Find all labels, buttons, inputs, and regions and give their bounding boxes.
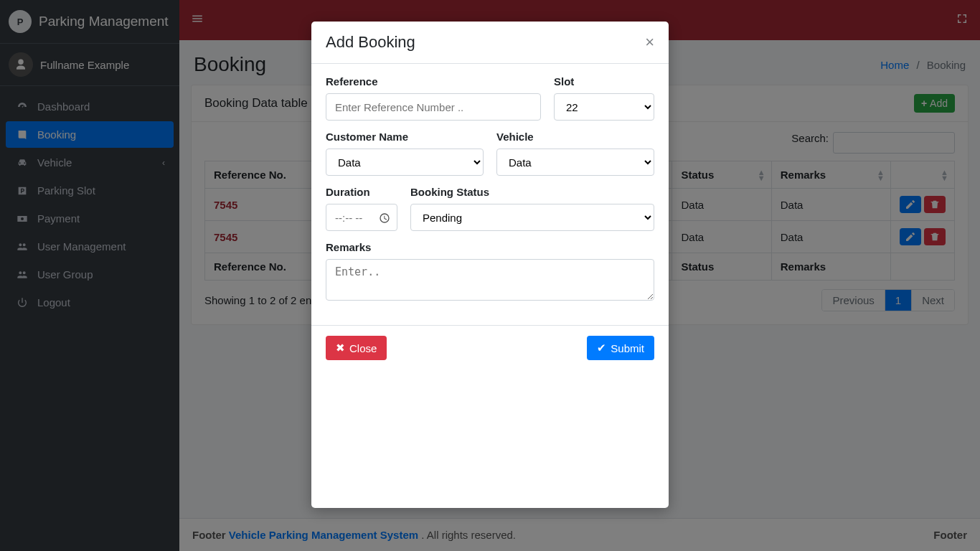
modal-footer: ✖Close ✔Submit	[311, 325, 669, 370]
label-reference: Reference	[326, 75, 541, 88]
label-slot: Slot	[554, 75, 654, 88]
check-icon: ✔	[597, 342, 606, 354]
customer-select[interactable]: Data	[326, 149, 484, 176]
duration-input[interactable]	[326, 204, 397, 231]
add-booking-modal: Add Booking × Reference Slot 22 Customer	[311, 22, 669, 508]
x-icon: ✖	[336, 342, 345, 354]
modal-title: Add Booking	[326, 33, 415, 52]
submit-button-label: Submit	[611, 342, 644, 354]
label-vehicle: Vehicle	[496, 131, 654, 143]
modal-backdrop[interactable]: Add Booking × Reference Slot 22 Customer	[0, 0, 980, 551]
remarks-textarea[interactable]	[326, 259, 654, 301]
booking-status-select[interactable]: Pending	[410, 204, 654, 231]
vehicle-select[interactable]: Data	[496, 149, 654, 176]
close-button-label: Close	[349, 342, 377, 354]
close-icon[interactable]: ×	[645, 33, 654, 52]
label-booking-status: Booking Status	[410, 186, 654, 198]
reference-input[interactable]	[326, 93, 541, 121]
submit-button[interactable]: ✔Submit	[587, 336, 654, 360]
close-button[interactable]: ✖Close	[326, 336, 387, 360]
label-duration: Duration	[326, 186, 397, 198]
slot-select[interactable]: 22	[554, 93, 654, 121]
label-customer: Customer Name	[326, 131, 484, 143]
modal-body: Reference Slot 22 Customer Name Data	[311, 64, 669, 325]
modal-header: Add Booking ×	[311, 22, 669, 64]
label-remarks: Remarks	[326, 241, 654, 253]
